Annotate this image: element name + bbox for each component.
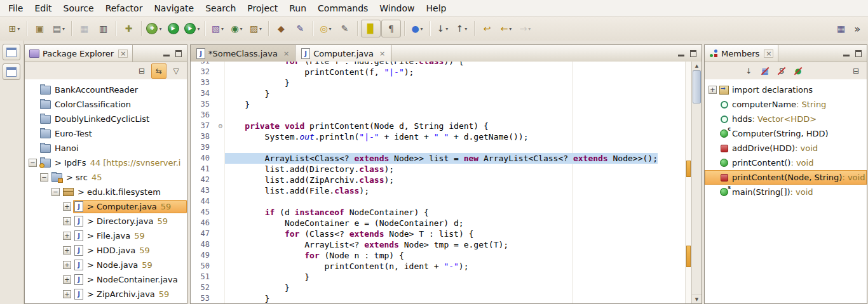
code-line[interactable]: 36 (191, 110, 685, 121)
code-line[interactable]: 35 } (191, 99, 685, 110)
code-line[interactable]: 53 } (191, 293, 685, 303)
new-class-button[interactable]: ◉▾ (227, 20, 246, 37)
view-menu-icon[interactable]: ▽ (169, 64, 183, 78)
member-item[interactable]: computerName : String (705, 97, 867, 112)
line-number[interactable]: 38 (191, 131, 216, 142)
tree-item[interactable]: DoublyLinkedCyclicList (25, 112, 187, 126)
toolbar-overflow-chevron[interactable]: » (850, 23, 864, 35)
tree-item[interactable]: +J> Directory.java59 (25, 214, 187, 228)
line-number[interactable]: 31 (191, 62, 216, 67)
tab-package-explorer[interactable]: Package Explorer × (25, 45, 133, 62)
line-number[interactable]: 42 (191, 175, 216, 185)
line-number[interactable]: 46 (191, 218, 216, 228)
code-line[interactable]: 33 } (191, 77, 685, 88)
expander-expand-icon[interactable]: + (63, 261, 71, 269)
menu-refactor[interactable]: Refactor (100, 2, 149, 15)
fold-collapse-icon[interactable]: ⊖ (216, 121, 225, 131)
member-item[interactable]: printContent() : void (705, 155, 867, 170)
scrollbar-thumb[interactable] (693, 70, 701, 103)
code-line[interactable]: 48 ArrayList<? extends Node> tmp = e.get… (191, 239, 685, 250)
export-button[interactable]: ▤▾ (50, 20, 68, 37)
menu-help[interactable]: Help (421, 2, 452, 15)
tree-item[interactable]: +J> Computer.java59 (25, 199, 187, 214)
member-item[interactable]: addDrive(HDD) : void (705, 141, 867, 155)
menu-search[interactable]: Search (200, 2, 241, 15)
tree-item[interactable]: +J> HDD.java59 (25, 243, 187, 258)
tree-item[interactable]: +J> ZipArchiv.java59 (25, 287, 187, 301)
editor-tab[interactable]: JComputer.java× (295, 45, 391, 62)
tree-item[interactable]: −> IpdFs44 [https://svnserver.i (25, 155, 187, 170)
link-with-editor-toggle[interactable]: ⇆ (151, 63, 166, 79)
maximize-button[interactable] (855, 50, 862, 57)
minimize-button[interactable] (843, 50, 850, 57)
occurrence-marker[interactable] (686, 246, 691, 267)
member-item[interactable]: hdds : Vector<HDD> (705, 112, 867, 126)
tree-item[interactable]: −> edu.kit.filesystem (25, 185, 187, 199)
code-line[interactable]: 40 ArrayList<Class<? extends Node>> list… (191, 153, 685, 164)
maximize-button[interactable] (689, 50, 697, 57)
line-number[interactable]: 50 (191, 261, 216, 272)
code-line[interactable]: 50 printContent(n, ident + "-"); (191, 261, 685, 272)
code-line[interactable]: 44 (191, 196, 685, 207)
vertical-scrollbar[interactable]: ▲ ▼ (691, 62, 702, 303)
collapse-all-icon[interactable]: ⊟ (849, 64, 863, 78)
minimize-button[interactable] (163, 50, 170, 57)
line-number[interactable]: 53 (191, 293, 216, 303)
line-number[interactable]: 36 (191, 110, 216, 121)
hide-fields-icon[interactable]: ▦ (758, 64, 772, 78)
line-number[interactable]: 48 (191, 239, 216, 250)
member-item[interactable]: cComputer(String, HDD) (705, 126, 867, 141)
tree-item[interactable]: BankAccountReader (25, 83, 187, 97)
tree-item[interactable]: ColorClassification (25, 97, 187, 112)
line-number[interactable]: 41 (191, 164, 216, 175)
editor-tab[interactable]: J*SomeClass.java× (191, 45, 295, 62)
code-line[interactable]: 52 } (191, 282, 685, 293)
scroll-up-arrow-icon[interactable]: ▲ (692, 62, 702, 70)
last-edit-location-button[interactable]: ↩ (478, 20, 496, 37)
new-java-project-button[interactable]: ▧▾ (208, 20, 227, 37)
member-item[interactable]: printContent(Node, String) : void (705, 170, 867, 185)
close-view-icon[interactable]: × (764, 50, 773, 58)
line-number[interactable]: 34 (191, 88, 216, 99)
code-area[interactable]: 31 for (File f : hdd.get(File.class)) {3… (191, 62, 685, 303)
code-line[interactable]: 42 list.add(ZipArchiv.class); (191, 175, 685, 185)
tree-item[interactable]: +J> Node.java59 (25, 258, 187, 272)
occurrence-marker[interactable] (686, 161, 691, 177)
menu-window[interactable]: Window (374, 2, 420, 15)
code-line[interactable]: 34 } (191, 88, 685, 99)
new-package-button[interactable]: ▨▾ (247, 20, 265, 37)
print-button[interactable]: ▥ (94, 20, 112, 37)
code-line[interactable]: 47 for (Class<? extends Node> T : list) … (191, 228, 685, 239)
expander-expand-icon[interactable]: + (63, 246, 71, 254)
run-button[interactable]: ▶ (164, 20, 182, 37)
expander-collapse-icon[interactable]: − (40, 173, 48, 182)
text-search-button[interactable]: ✎ (336, 20, 354, 37)
close-tab-icon[interactable]: × (283, 50, 289, 58)
menu-run[interactable]: Run (283, 2, 312, 15)
hide-static-icon[interactable]: S (775, 64, 789, 78)
tree-item[interactable]: +J> File.java59 (25, 228, 187, 243)
menu-edit[interactable]: Edit (29, 2, 57, 15)
perspective-button[interactable]: ▦ (832, 20, 850, 37)
search-button[interactable]: ◎▾ (316, 20, 335, 37)
tree-item[interactable]: −> src45 (25, 170, 187, 185)
restore-view-icon[interactable] (3, 44, 20, 60)
sort-icon[interactable]: ↓ (742, 64, 756, 78)
code-line[interactable]: 31 for (File f : hdd.get(File.class)) { (191, 62, 685, 67)
line-number[interactable]: 37 (191, 121, 216, 131)
expander-expand-icon[interactable]: + (63, 232, 71, 240)
menu-commands[interactable]: Commands (312, 2, 374, 15)
code-line[interactable]: 32 printContent(f, "|-"); (191, 67, 685, 77)
next-annotation-button[interactable]: ↓▾ (433, 20, 452, 37)
menu-navigate[interactable]: Navigate (148, 2, 200, 15)
build-all-button[interactable]: ✚ (119, 20, 138, 37)
tab-members[interactable]: Members × (705, 45, 778, 62)
new-wizard-button[interactable]: ⊞▾ (5, 20, 24, 37)
member-item[interactable]: smain(String[]) : void (705, 185, 867, 199)
scroll-down-arrow-icon[interactable]: ▼ (692, 294, 702, 303)
expander-expand-icon[interactable]: + (63, 290, 71, 298)
code-line[interactable]: 51 } (191, 272, 685, 282)
expander-collapse-icon[interactable]: − (51, 188, 60, 196)
line-number[interactable]: 32 (191, 67, 216, 77)
run-history-button[interactable]: ▶▾ (183, 20, 201, 37)
